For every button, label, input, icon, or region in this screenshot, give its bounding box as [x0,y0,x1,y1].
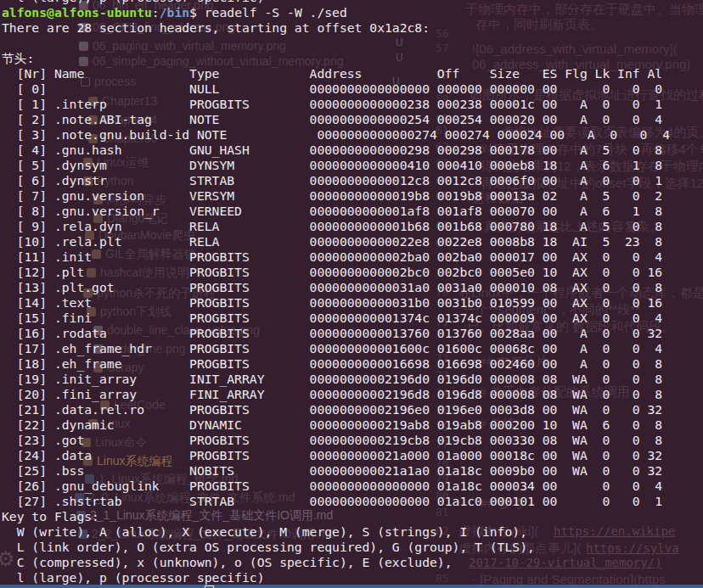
section-row: [24] .data PROGBITS 000000000021a000 01a… [0,448,670,463]
info-line: There are 28 section headers, starting a… [0,20,670,36]
key-to-flags-title: Key to Flags: [0,509,670,524]
section-row: [ 3] .note.gnu.build-id NOTE 00000000000… [0,127,670,143]
section-row: [16] .rodata PROGBITS 0000000000013760 0… [0,326,670,341]
section-row: [25] .bss NOBITS 000000000021a1a0 01a18c… [0,463,670,479]
section-row: [11] .init PROGBITS 0000000000002ba0 002… [0,249,670,265]
key-to-flags-line: L (link order), O (extra OS processing r… [0,540,670,555]
section-row: [26] .gnu_debuglink PROGBITS 00000000000… [0,479,670,494]
key-to-flags-line: C (compressed), x (unknown), o (OS speci… [0,555,670,570]
section-row: [27] .shstrtab STRTAB 0000000000000000 0… [0,494,670,509]
section-row: [ 5] .dynsym DYNSYM 0000000000000410 000… [0,158,670,173]
section-row: [ 7] .gnu.version VERSYM 00000000000019b… [0,188,670,204]
section-row: [17] .eh_frame_hdr PROGBITS 000000000001… [0,341,670,356]
section-row: [ 6] .dynstr STRTAB 00000000000012c8 001… [0,173,670,188]
section-row: [22] .dynamic DYNAMIC 0000000000219ab8 0… [0,417,670,433]
prompt-path: /bin [160,5,189,20]
prompt-command: readelf -S -W ./sed [205,5,347,20]
section-row: [ 9] .rela.dyn RELA 0000000000001b68 001… [0,219,670,234]
section-table-rows: [ 0] NULL 0000000000000000 000000 000000… [0,81,670,509]
section-row: [21] .data.rel.ro PROGBITS 0000000000219… [0,402,670,417]
table-header-line: [Nr] Name Type Address Off Size ES Flg L… [0,66,670,81]
prompt-colon: : [152,5,160,20]
blank-line [0,36,670,51]
section-row: [18] .eh_frame PROGBITS 0000000000016698… [0,356,670,372]
terminal-output[interactable]: l (large), p (processor specific) alfons… [0,0,670,588]
section-row: [13] .plt.got PROGBITS 00000000000031a0 … [0,280,670,295]
section-row: [12] .plt PROGBITS 0000000000002bc0 002b… [0,265,670,280]
section-row: [ 8] .gnu.version_r VERNEED 000000000000… [0,204,670,219]
section-row: [10] .rela.plt RELA 00000000000022e8 002… [0,234,670,249]
key-to-flags-line: W (write), A (alloc), X (execute), M (me… [0,524,670,540]
section-row: [ 0] NULL 0000000000000000 000000 000000… [0,81,670,97]
prompt-dollar: $ [189,5,205,20]
section-row: [20] .fini_array FINI_ARRAY 000000000021… [0,387,670,402]
section-row: [15] .fini PROGBITS 000000000001374c 013… [0,311,670,326]
section-row: [ 1] .interp PROGBITS 0000000000000238 0… [0,97,670,112]
prompt-line: alfons@alfons-ubuntu:/bin$ readelf -S -W… [0,5,670,20]
section-row: [19] .init_array INIT_ARRAY 000000000021… [0,372,670,387]
section-row: [23] .got PROGBITS 0000000000219cb8 019c… [0,433,670,448]
section-headers-label: 节头: [0,51,670,66]
terminal-window: 06_bin_elf_header.png06_CPU_find_address… [0,0,703,588]
section-row: [14] .text PROGBITS 00000000000031b0 003… [0,295,670,311]
key-to-flags-line: l (large), p (processor specific) [0,570,670,585]
section-row: [ 4] .gnu.hash GNU_HASH 0000000000000298… [0,143,670,158]
section-row: [ 2] .note.ABI-tag NOTE 0000000000000254… [0,112,670,127]
prompt-user-host: alfons@alfons-ubuntu [2,5,152,20]
